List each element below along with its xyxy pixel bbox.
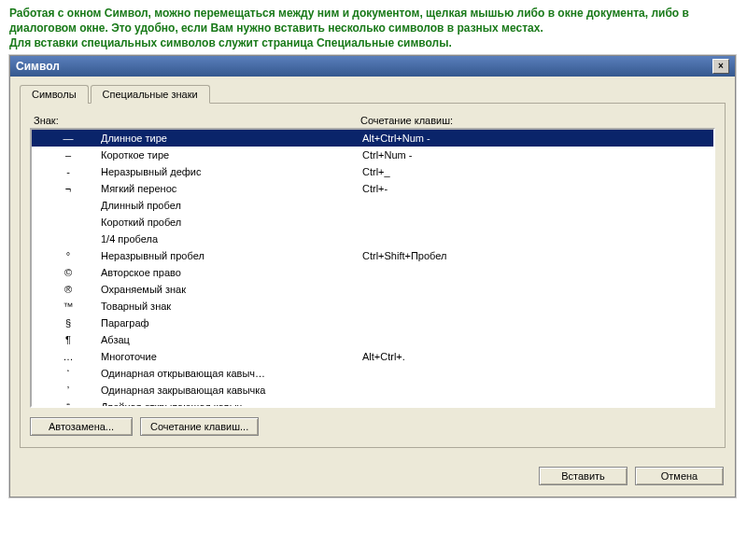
- symbol-name: Одинарная закрывающая кавычка: [101, 383, 362, 398]
- symbol-shortcut: [362, 315, 710, 330]
- symbol-name: Параграф: [101, 315, 362, 330]
- header-shortcut: Сочетание клавиш:: [360, 115, 453, 126]
- symbol-name: Охраняемый знак: [101, 282, 362, 297]
- symbol-glyph: °: [35, 248, 101, 263]
- symbol-glyph: [35, 198, 101, 213]
- symbol-shortcut: [362, 198, 710, 213]
- list-item[interactable]: 1/4 пробела: [32, 231, 713, 247]
- tab-strip: Символы Специальные знаки: [20, 84, 726, 104]
- special-characters-listbox[interactable]: —Длинное тиреAlt+Ctrl+Num -–Короткое тир…: [30, 128, 715, 408]
- symbol-name: Короткое тире: [101, 147, 362, 162]
- symbol-name: Мягкий перенос: [101, 181, 362, 196]
- list-item[interactable]: …МноготочиеAlt+Ctrl+.: [32, 348, 713, 365]
- intro-line2: Для вставки специальных символов служит …: [9, 36, 452, 49]
- symbol-glyph: -: [35, 164, 101, 179]
- symbol-shortcut: [362, 399, 710, 408]
- symbol-shortcut: [362, 383, 710, 398]
- list-item[interactable]: Длинный пробел: [32, 197, 713, 214]
- list-item[interactable]: ™Товарный знак: [32, 298, 713, 315]
- symbol-glyph: §: [35, 315, 101, 330]
- list-item[interactable]: -Неразрывный дефисCtrl+_: [32, 163, 713, 180]
- symbol-shortcut: [362, 215, 710, 230]
- symbol-shortcut: Ctrl+Shift+Пробел: [362, 248, 710, 263]
- symbol-name: Неразрывный дефис: [101, 164, 362, 179]
- symbol-glyph: ©: [35, 265, 101, 280]
- list-item[interactable]: ®Охраняемый знак: [32, 281, 713, 298]
- symbol-glyph: –: [35, 147, 101, 162]
- symbol-glyph: ®: [35, 282, 101, 297]
- intro-line1: Работая с окном Символ, можно перемещать…: [9, 7, 689, 35]
- symbol-shortcut: Alt+Ctrl+Num -: [362, 131, 710, 146]
- list-item[interactable]: –Короткое тиреCtrl+Num -: [32, 147, 713, 163]
- symbol-glyph: …: [35, 349, 101, 364]
- symbol-glyph: ‘: [35, 366, 101, 381]
- insert-button[interactable]: Вставить: [539, 467, 627, 485]
- symbol-shortcut: Ctrl+-: [362, 181, 710, 196]
- symbol-shortcut: [362, 299, 710, 314]
- symbol-shortcut: [362, 332, 710, 347]
- close-icon[interactable]: ×: [712, 59, 729, 74]
- shortcut-key-button[interactable]: Сочетание клавиш...: [140, 417, 259, 436]
- symbol-glyph: ¶: [35, 332, 101, 347]
- tab-special-characters[interactable]: Специальные знаки: [91, 85, 210, 104]
- list-item[interactable]: §Параграф: [32, 315, 713, 331]
- dialog-title: Символ: [16, 60, 60, 73]
- symbol-shortcut: [362, 282, 710, 297]
- list-item[interactable]: ©Авторское право: [32, 264, 713, 281]
- symbol-dialog: Символ × Символы Специальные знаки Знак:…: [9, 55, 736, 497]
- symbol-glyph: [35, 215, 101, 230]
- list-header: Знак: Сочетание клавиш:: [30, 111, 715, 128]
- header-sign: Знак:: [34, 115, 360, 126]
- symbol-glyph: ™: [35, 299, 101, 314]
- symbol-glyph: ¬: [35, 181, 101, 196]
- intro-text: Работая с окном Символ, можно перемещать…: [0, 0, 747, 55]
- symbol-glyph: [35, 231, 101, 246]
- symbol-glyph: “: [35, 399, 101, 408]
- tab-symbols[interactable]: Символы: [20, 85, 89, 104]
- symbol-shortcut: Ctrl+_: [362, 164, 710, 179]
- cancel-button[interactable]: Отмена: [635, 467, 724, 485]
- titlebar[interactable]: Символ ×: [10, 56, 735, 77]
- symbol-shortcut: [362, 265, 710, 280]
- symbol-name: Короткий пробел: [101, 215, 362, 230]
- symbol-shortcut: Ctrl+Num -: [362, 147, 710, 162]
- symbol-name: 1/4 пробела: [101, 231, 362, 246]
- list-item[interactable]: ¬Мягкий переносCtrl+-: [32, 180, 713, 197]
- list-item[interactable]: °Неразрывный пробелCtrl+Shift+Пробел: [32, 247, 713, 264]
- symbol-name: Многоточие: [101, 349, 362, 364]
- symbol-name: Длинное тире: [101, 131, 362, 146]
- symbol-name: Неразрывный пробел: [101, 248, 362, 263]
- list-item[interactable]: ’Одинарная закрывающая кавычка: [32, 382, 713, 399]
- symbol-name: Товарный знак: [101, 299, 362, 314]
- list-item[interactable]: —Длинное тиреAlt+Ctrl+Num -: [32, 130, 713, 147]
- symbol-shortcut: [362, 366, 710, 381]
- list-item[interactable]: Короткий пробел: [32, 214, 713, 231]
- list-item[interactable]: ‘Одинарная открывающая кавыч…: [32, 365, 713, 382]
- symbol-shortcut: Alt+Ctrl+.: [362, 349, 710, 364]
- symbol-name: Длинный пробел: [101, 198, 362, 213]
- dialog-footer: Вставить Отмена: [10, 457, 735, 497]
- symbol-name: Абзац: [101, 332, 362, 347]
- tab-panel-special: Знак: Сочетание клавиш: —Длинное тиреAlt…: [20, 104, 726, 448]
- symbol-name: Авторское право: [101, 265, 362, 280]
- symbol-name: Одинарная открывающая кавыч…: [101, 366, 362, 381]
- symbol-name: Двойная открывающая кавыч…: [101, 399, 362, 408]
- symbol-shortcut: [362, 231, 710, 246]
- list-item[interactable]: ¶Абзац: [32, 331, 713, 348]
- autocorrect-button[interactable]: Автозамена...: [30, 417, 133, 436]
- symbol-glyph: —: [35, 131, 101, 146]
- list-item[interactable]: “Двойная открывающая кавыч…: [32, 399, 713, 408]
- symbol-glyph: ’: [35, 383, 101, 398]
